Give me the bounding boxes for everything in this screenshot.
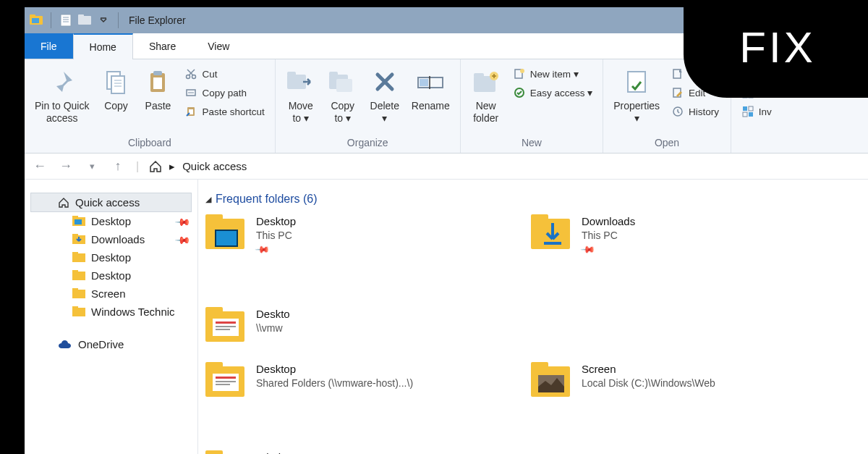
properties-icon [621,67,652,97]
history-icon [671,105,684,118]
open-icon [671,67,684,80]
app-icon [29,13,43,28]
ribbon-group-new: New folder New item ▾ Easy access ▾ New [461,59,604,153]
customize-qat-dropdown-icon[interactable] [96,13,111,28]
new-folder-button[interactable]: New folder [467,64,506,127]
pin-to-quick-access-button[interactable]: Pin to Quick access [30,64,93,127]
new-item-button[interactable]: New item ▾ [509,65,597,83]
svg-rect-7 [111,76,124,93]
svg-rect-69 [216,329,230,330]
svg-rect-10 [153,77,162,89]
pictures-folder-icon [205,450,249,454]
svg-rect-20 [336,79,352,92]
svg-rect-71 [205,362,223,369]
tab-view[interactable]: View [192,33,245,59]
folder-item-windows[interactable]: Windo Local [205,450,292,454]
copy-icon [101,67,131,97]
navigation-pane: Quick access Desktop 📌 Downloads 📌 Deskt… [25,180,198,454]
sidebar-item-windows-technic[interactable]: Windows Technic [25,303,197,321]
folder-icon [72,306,85,318]
sidebar-item-downloads[interactable]: Downloads 📌 [25,230,197,248]
copy-to-icon [328,67,358,97]
move-to-button[interactable]: Move to ▾ [281,64,320,127]
pin-icon: 📌 [174,213,191,230]
folder-item-desktop-shared[interactable]: Desktop Shared Folders (\\vmware-host)..… [205,362,480,400]
svg-rect-77 [531,362,548,369]
up-button[interactable]: ↑ [110,159,126,174]
copy-path-button[interactable]: Copy path [180,84,268,101]
delete-icon [370,67,400,97]
sidebar-item-quick-access[interactable]: Quick access [30,193,192,212]
svg-rect-5 [78,14,84,17]
breadcrumb-location[interactable]: Quick access [182,160,247,172]
svg-rect-63 [531,214,548,222]
rename-button[interactable]: Rename [407,64,454,115]
sidebar-item-desktop[interactable]: Desktop 📌 [25,212,197,230]
pin-icon: 📌 [253,242,270,258]
fix-badge: FIX [684,0,868,98]
onedrive-icon [58,340,72,350]
paste-icon [142,67,173,97]
svg-rect-55 [72,288,78,291]
address-bar[interactable]: ▸ Quick access [149,160,247,173]
svg-rect-60 [216,230,237,246]
svg-rect-17 [287,72,296,76]
sidebar-item-desktop3[interactable]: Desktop [25,266,197,285]
edit-icon [671,86,684,99]
paste-button[interactable]: Paste [138,64,177,115]
svg-rect-22 [420,79,428,86]
pin-icon: 📌 [174,231,191,248]
copy-button[interactable]: Copy [96,64,135,115]
svg-rect-46 [72,216,78,219]
pictures-folder-icon [531,362,574,400]
tab-home[interactable]: Home [73,33,133,59]
frequent-folders-header[interactable]: ◢ Frequent folders (6) [205,193,861,206]
easy-access-button[interactable]: Easy access ▾ [509,84,597,101]
properties-qat-icon[interactable] [59,13,73,28]
svg-rect-51 [72,252,78,255]
svg-rect-24 [474,73,484,77]
delete-button[interactable]: Delete ▾ [365,64,404,127]
copy-path-icon [184,86,197,99]
main-pane: ◢ Frequent folders (6) Desktop This PC 📌 [198,180,868,454]
folder-item-screen[interactable]: Screen Local Disk (C:)\Windows\Web [531,362,762,400]
sidebar-item-desktop2[interactable]: Desktop [25,248,197,266]
svg-rect-1 [30,14,35,17]
tab-share[interactable]: Share [133,33,192,59]
copy-to-button[interactable]: Copy to ▾ [323,64,362,127]
svg-rect-42 [749,106,753,111]
forward-button[interactable]: → [58,159,74,174]
frequent-folders-grid: Desktop This PC 📌 Downloads This PC 📌 [205,214,861,345]
rename-icon [415,67,446,97]
downloads-folder-icon [531,214,574,252]
back-button[interactable]: ← [32,159,48,174]
new-item-icon [513,67,526,80]
sidebar-item-screen[interactable]: Screen [25,285,197,303]
svg-rect-53 [72,270,78,273]
invert-selection-button[interactable]: Inv [737,103,776,120]
svg-rect-2 [32,18,39,23]
svg-rect-59 [205,214,223,222]
folder-item-desktop-vmw[interactable]: Deskto \\vmw [205,307,292,345]
paste-shortcut-button[interactable]: Paste shortcut [180,103,268,120]
recent-locations-dropdown[interactable]: ▾ [84,161,100,172]
separator [118,12,119,28]
folder-item-desktop[interactable]: Desktop This PC 📌 [205,214,480,256]
folder-item-downloads[interactable]: Downloads This PC 📌 [531,214,762,256]
pin-icon: 📌 [579,242,595,258]
pin-icon [47,67,77,97]
tab-file[interactable]: File [25,33,73,59]
cut-button[interactable]: Cut [180,65,268,83]
shared-folder-icon [205,307,249,345]
svg-rect-75 [216,384,230,385]
svg-rect-68 [216,326,236,327]
svg-rect-67 [216,321,236,324]
move-to-icon [286,67,316,97]
svg-rect-80 [205,450,223,454]
content-area: Quick access Desktop 📌 Downloads 📌 Deskt… [25,180,868,454]
properties-button[interactable]: Properties ▾ [609,64,664,127]
new-folder-qat-icon[interactable] [77,13,92,28]
sidebar-item-onedrive[interactable]: OneDrive [25,335,197,353]
history-button[interactable]: History [667,103,725,120]
shared-folder-icon [205,362,249,400]
